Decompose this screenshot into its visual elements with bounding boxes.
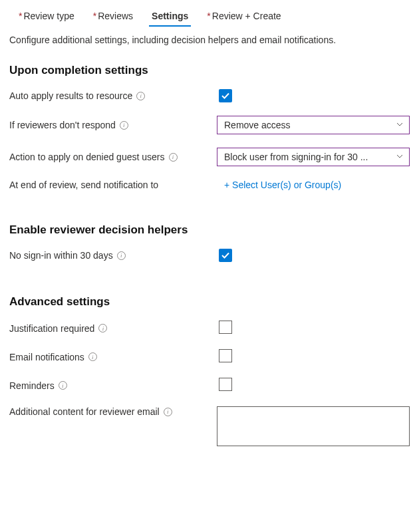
row-auto-apply: Auto apply results to resource i — [9, 89, 410, 102]
additional-content-label: Additional content for reviewer email — [9, 406, 160, 417]
email-notif-label: Email notifications — [9, 352, 84, 362]
denied-guest-select[interactable]: Block user from signing-in for 30 ... — [217, 148, 410, 166]
email-notif-checkbox[interactable] — [219, 349, 232, 362]
required-asterisk: * — [93, 11, 96, 21]
reminders-checkbox[interactable] — [219, 378, 232, 391]
tab-label: Review + Create — [212, 11, 281, 21]
intro-text: Configure additional settings, including… — [9, 35, 410, 45]
denied-guest-label: Action to apply on denied guest users — [9, 152, 165, 162]
info-icon[interactable]: i — [117, 251, 126, 260]
justification-label: Justification required — [9, 323, 94, 334]
info-icon[interactable]: i — [59, 381, 67, 390]
tab-review-create[interactable]: *Review + Create — [198, 7, 290, 27]
section-completion-title: Upon completion settings — [9, 64, 410, 77]
row-no-signin: No sign-in within 30 days i — [9, 249, 410, 262]
reminders-label: Reminders — [9, 380, 55, 391]
required-asterisk: * — [207, 11, 210, 21]
info-icon[interactable]: i — [120, 121, 128, 130]
if-no-respond-select[interactable]: Remove access — [217, 116, 410, 134]
required-asterisk: * — [19, 11, 22, 21]
tab-label: Reviews — [98, 11, 133, 21]
tab-settings[interactable]: Settings — [142, 7, 198, 27]
info-icon[interactable]: i — [88, 352, 97, 361]
auto-apply-label: Auto apply results to resource — [9, 90, 132, 101]
tab-review-type[interactable]: *Review type — [9, 7, 84, 27]
no-signin-checkbox[interactable] — [219, 249, 232, 262]
select-value: Block user from signing-in for 30 ... — [224, 152, 368, 162]
section-helpers-title: Enable reviewer decision helpers — [9, 223, 410, 237]
info-icon[interactable]: i — [136, 92, 145, 100]
info-icon[interactable]: i — [169, 153, 178, 162]
row-justification: Justification required i — [9, 321, 410, 336]
section-advanced-title: Advanced settings — [9, 295, 410, 309]
tab-label: Review type — [23, 11, 74, 21]
row-additional-content: Additional content for reviewer email i — [9, 406, 410, 448]
no-signin-label: No sign-in within 30 days — [9, 250, 113, 261]
row-denied-guest: Action to apply on denied guest users i … — [9, 148, 410, 166]
tab-label: Settings — [152, 11, 188, 21]
row-reminders: Reminders i — [9, 378, 410, 393]
chevron-down-icon — [396, 152, 404, 162]
additional-content-textarea[interactable] — [217, 406, 410, 446]
if-no-respond-label: If reviewers don't respond — [9, 120, 116, 130]
auto-apply-checkbox[interactable] — [219, 89, 232, 102]
row-email-notif: Email notifications i — [9, 349, 410, 364]
chevron-down-icon — [396, 120, 404, 130]
tab-bar: *Review type *Reviews Settings *Review +… — [9, 7, 410, 27]
row-end-notify: At end of review, send notification to +… — [9, 180, 410, 190]
info-icon[interactable]: i — [98, 324, 107, 332]
end-notify-label: At end of review, send notification to — [9, 180, 158, 190]
justification-checkbox[interactable] — [219, 321, 232, 334]
select-value: Remove access — [224, 120, 291, 130]
select-users-link[interactable]: + Select User(s) or Group(s) — [219, 180, 341, 190]
row-if-no-respond: If reviewers don't respond i Remove acce… — [9, 116, 410, 134]
info-icon[interactable]: i — [164, 408, 172, 416]
tab-reviews[interactable]: *Reviews — [84, 7, 142, 27]
